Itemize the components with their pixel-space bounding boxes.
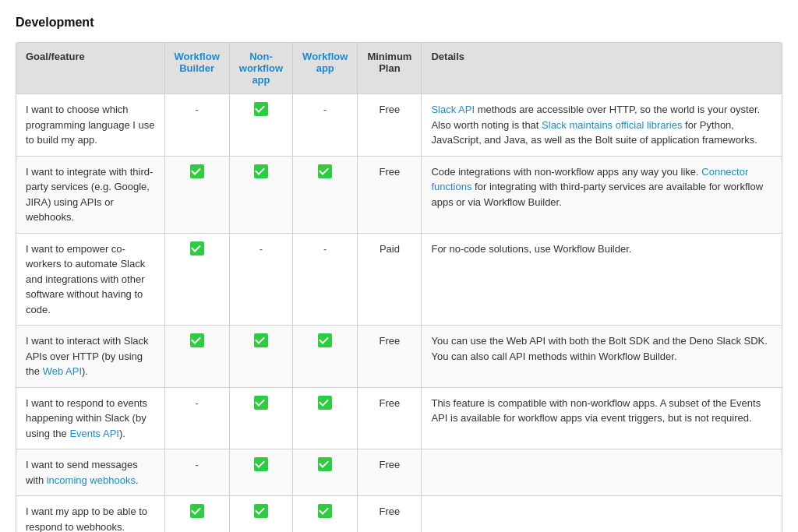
cell-minimum-5: Free — [358, 449, 422, 496]
dash-icon: - — [260, 243, 263, 255]
table-row: I want to choose which programming langu… — [16, 94, 782, 157]
dash-icon: - — [323, 104, 327, 115]
cell-non-workflow-6 — [229, 496, 292, 533]
cell-details-1: Code integrations with non-workflow apps… — [422, 156, 782, 233]
check-icon — [254, 457, 268, 471]
cell-non-workflow-2: - — [229, 233, 292, 326]
table-row: I want to empower co-workers to automate… — [16, 233, 782, 326]
col-header-goal: Goal/feature — [16, 43, 164, 94]
dash-icon: - — [195, 397, 198, 409]
cell-minimum-0: Free — [358, 94, 422, 157]
cell-workflow-builder-6 — [164, 496, 229, 533]
cell-workflow-builder-4: - — [164, 387, 229, 449]
check-icon — [254, 102, 268, 116]
table-row: I want to respond to events happening wi… — [16, 387, 782, 449]
cell-details-5 — [422, 449, 782, 496]
cell-workflow-builder-3 — [164, 326, 229, 388]
cell-details-0: Slack API methods are accessible over HT… — [422, 94, 782, 157]
cell-goal-2: I want to empower co-workers to automate… — [16, 233, 164, 326]
cell-non-workflow-5 — [229, 449, 292, 496]
cell-goal-5: I want to send messages with incoming we… — [16, 449, 164, 496]
dash-icon: - — [195, 104, 198, 115]
check-icon — [318, 504, 332, 518]
cell-details-2: For no-code solutions, use Workflow Buil… — [422, 233, 782, 326]
table-header-row: Goal/feature Workflow Builder Non-workfl… — [16, 43, 782, 94]
table-row: I want to interact with Slack APIs over … — [16, 326, 782, 388]
cell-minimum-6: Free — [358, 496, 422, 533]
cell-minimum-4: Free — [358, 387, 422, 449]
page-title: Development — [16, 16, 782, 30]
cell-goal-4: I want to respond to events happening wi… — [16, 387, 164, 449]
check-icon — [190, 164, 204, 178]
dash-icon: - — [195, 459, 198, 470]
cell-workflow-app-5 — [293, 449, 358, 496]
check-icon — [318, 457, 332, 471]
cell-goal-1: I want to integrate with third-party ser… — [16, 156, 164, 233]
cell-workflow-app-2: - — [293, 233, 358, 326]
check-icon — [318, 333, 332, 347]
check-icon — [254, 504, 268, 518]
cell-non-workflow-4 — [229, 387, 292, 449]
table-row: I want to send messages with incoming we… — [16, 449, 782, 496]
cell-non-workflow-1 — [229, 156, 292, 233]
cell-non-workflow-3 — [229, 326, 292, 388]
cell-details-3: You can use the Web API with both the Bo… — [422, 326, 782, 388]
cell-workflow-builder-0: - — [164, 94, 229, 157]
development-table: Goal/feature Workflow Builder Non-workfl… — [16, 42, 782, 532]
check-icon — [190, 241, 204, 255]
cell-workflow-app-4 — [293, 387, 358, 449]
cell-workflow-app-0: - — [293, 94, 358, 157]
cell-workflow-builder-1 — [164, 156, 229, 233]
cell-details-4: This feature is compatible with non-work… — [422, 387, 782, 449]
cell-goal-6: I want my app to be able to respond to w… — [16, 496, 164, 533]
check-icon — [254, 164, 268, 178]
col-header-minimum: Minimum Plan — [358, 43, 422, 94]
check-icon — [190, 333, 204, 347]
cell-details-6 — [422, 496, 782, 533]
cell-workflow-app-3 — [293, 326, 358, 388]
check-icon — [254, 396, 268, 410]
table-row: I want to integrate with third-party ser… — [16, 156, 782, 233]
check-icon — [318, 396, 332, 410]
cell-non-workflow-0 — [229, 94, 292, 157]
table-row: I want my app to be able to respond to w… — [16, 496, 782, 533]
cell-workflow-builder-5: - — [164, 449, 229, 496]
cell-minimum-3: Free — [358, 326, 422, 388]
check-icon — [190, 504, 204, 518]
cell-goal-3: I want to interact with Slack APIs over … — [16, 326, 164, 388]
cell-workflow-app-6 — [293, 496, 358, 533]
col-header-non-workflow: Non-workflow app — [229, 43, 292, 94]
cell-goal-0: I want to choose which programming langu… — [16, 94, 164, 157]
cell-workflow-app-1 — [293, 156, 358, 233]
cell-minimum-1: Free — [358, 156, 422, 233]
col-header-workflow-app: Workflow app — [293, 43, 358, 94]
cell-minimum-2: Paid — [358, 233, 422, 326]
col-header-workflow-builder: Workflow Builder — [164, 43, 229, 94]
check-icon — [318, 164, 332, 178]
dash-icon: - — [323, 243, 327, 255]
col-header-details: Details — [422, 43, 782, 94]
check-icon — [254, 333, 268, 347]
cell-workflow-builder-2 — [164, 233, 229, 326]
